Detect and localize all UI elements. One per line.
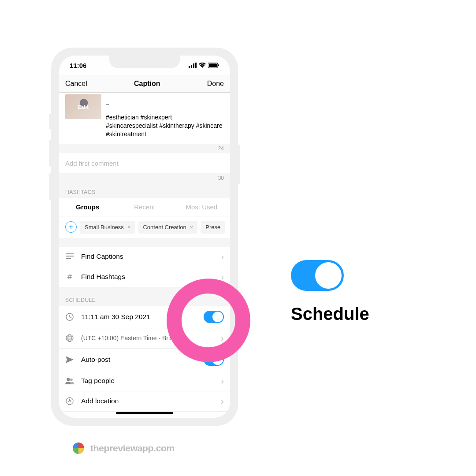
post-thumbnail[interactable]: Edit — [65, 94, 101, 119]
tab-recent[interactable]: Recent — [116, 198, 173, 216]
svg-rect-8 — [66, 256, 74, 257]
hash-icon: # — [65, 272, 74, 282]
svg-rect-0 — [189, 66, 190, 68]
timezone-row[interactable]: (UTC +10:00) Eastern Time - Brisbane › — [59, 328, 230, 349]
caption-count: 24 — [59, 144, 230, 153]
chevron-right-icon: › — [221, 272, 224, 282]
caption-text[interactable]: – #esthetician #skinexpert #skincarespec… — [106, 94, 224, 138]
svg-rect-9 — [66, 258, 71, 259]
done-button[interactable]: Done — [207, 80, 224, 88]
wifi-icon — [199, 63, 206, 68]
chevron-right-icon: › — [221, 396, 224, 406]
autopost-row[interactable]: Auto-post — [59, 349, 230, 371]
chip-presets[interactable]: Prese — [201, 221, 225, 234]
footer-url: thepreviewapp.com — [90, 443, 175, 454]
svg-rect-1 — [191, 65, 192, 68]
people-icon — [65, 377, 74, 384]
first-comment-input[interactable]: Add first comment — [59, 153, 230, 173]
footer: thepreviewapp.com — [73, 443, 175, 454]
svg-rect-6 — [218, 64, 219, 66]
hashtag-groups-row: + Small Business× Content Creation× Pres… — [59, 216, 230, 238]
side-label: Schedule — [291, 304, 369, 324]
add-location-row[interactable]: Add location › — [59, 391, 230, 412]
hashtags-header: HASHTAGS — [59, 183, 230, 198]
svg-rect-5 — [209, 63, 217, 67]
cellular-icon — [189, 63, 197, 68]
nav-bar: Cancel Caption Done — [59, 75, 230, 93]
schedule-header: SCHEDULE — [59, 287, 230, 306]
svg-point-17 — [70, 379, 73, 381]
chevron-right-icon: › — [221, 376, 224, 386]
notch — [109, 56, 180, 68]
svg-rect-3 — [195, 63, 197, 68]
svg-rect-2 — [193, 63, 194, 68]
chevron-right-icon: › — [221, 333, 224, 343]
chip-small-business[interactable]: Small Business× — [80, 221, 135, 234]
schedule-toggle[interactable] — [204, 311, 224, 323]
caption-area: Edit – #esthetician #skinexpert #skincar… — [59, 93, 230, 144]
status-time: 11:06 — [70, 62, 86, 69]
location-icon — [65, 397, 74, 405]
send-icon — [65, 356, 74, 363]
autopost-toggle[interactable] — [204, 353, 224, 366]
comment-count: 30 — [59, 173, 230, 183]
app-logo-icon — [73, 443, 84, 454]
svg-point-16 — [67, 378, 70, 381]
phone-frame: 11:06 Cancel Caption Done Edit – #esthet… — [51, 48, 238, 426]
find-hashtags-row[interactable]: # Find Hashtags › — [59, 267, 230, 287]
add-group-button[interactable]: + — [65, 221, 77, 233]
clock-icon — [65, 313, 74, 321]
hashtag-tabs: Groups Recent Most Used — [59, 198, 230, 216]
cancel-button[interactable]: Cancel — [65, 80, 87, 88]
home-indicator — [116, 412, 173, 414]
close-icon[interactable]: × — [127, 224, 131, 231]
tag-people-row[interactable]: Tag people › — [59, 371, 230, 391]
svg-rect-7 — [66, 253, 74, 254]
edit-thumbnail-label: Edit — [78, 104, 89, 110]
tab-groups[interactable]: Groups — [59, 198, 116, 216]
tab-most-used[interactable]: Most Used — [173, 198, 230, 216]
chip-content-creation[interactable]: Content Creation× — [138, 221, 197, 234]
globe-icon — [65, 334, 74, 342]
find-captions-row[interactable]: Find Captions › — [59, 247, 230, 267]
phone-screen: 11:06 Cancel Caption Done Edit – #esthet… — [59, 56, 230, 418]
schedule-time-row[interactable]: 11:11 am 30 Sep 2021 — [59, 306, 230, 328]
side-panel: Schedule — [291, 260, 369, 324]
chevron-right-icon: › — [221, 252, 224, 262]
toggle-graphic — [291, 260, 344, 291]
battery-icon — [208, 63, 219, 68]
close-icon[interactable]: × — [190, 224, 193, 231]
lines-icon — [65, 253, 74, 260]
page-title: Caption — [134, 80, 160, 88]
